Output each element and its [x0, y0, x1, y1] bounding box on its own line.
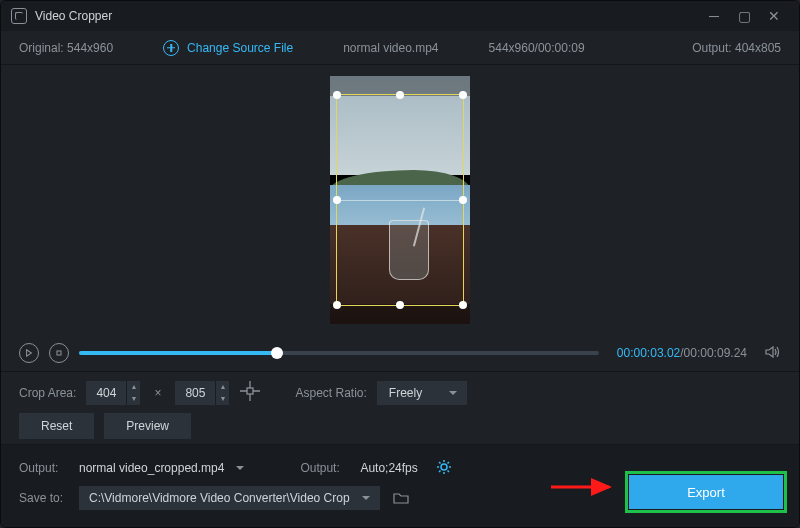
app-icon: [11, 8, 27, 24]
total-time: 00:00:09.24: [684, 346, 747, 360]
crop-handle-top-right[interactable]: [459, 91, 467, 99]
output-panel: Output: normal video_cropped.mp4 Output:…: [1, 444, 799, 527]
output-dimensions: Output: 404x805: [692, 41, 781, 55]
export-label: Export: [687, 485, 725, 500]
video-frame[interactable]: [330, 76, 470, 324]
player-controls: 00:00:03.02/00:00:09.24: [1, 335, 799, 371]
crop-width-input[interactable]: 404 ▲▼: [86, 381, 140, 405]
output-format-label: Output:: [300, 461, 352, 475]
crop-height-down[interactable]: ▼: [216, 393, 229, 405]
crop-settings-bar: Crop Area: 404 ▲▼ × 805 ▲▼ Aspect Ratio:…: [1, 371, 799, 413]
output-format: Auto;24fps: [360, 461, 417, 475]
crop-width-down[interactable]: ▼: [127, 393, 140, 405]
crop-height-up[interactable]: ▲: [216, 381, 229, 393]
minimize-button[interactable]: ─: [699, 9, 729, 23]
preview-button[interactable]: Preview: [104, 413, 191, 439]
volume-icon: [765, 345, 781, 359]
titlebar: Video Cropper ─ ▢ ✕: [1, 1, 799, 31]
crop-rectangle[interactable]: [336, 94, 464, 306]
output-filename-dropdown[interactable]: [236, 466, 244, 474]
output-settings-button[interactable]: [436, 459, 452, 478]
output-filename: normal video_cropped.mp4: [79, 461, 224, 475]
save-to-path: C:\Vidmore\Vidmore Video Converter\Video…: [89, 491, 350, 505]
source-filename: normal video.mp4: [343, 41, 438, 55]
crop-handle-mid-right[interactable]: [459, 196, 467, 204]
change-source-label: Change Source File: [187, 41, 293, 55]
volume-button[interactable]: [765, 345, 781, 362]
multiply-icon: ×: [150, 386, 165, 400]
save-to-label: Save to:: [19, 491, 71, 505]
svg-point-2: [441, 464, 447, 470]
crop-width-up[interactable]: ▲: [127, 381, 140, 393]
gear-icon: [436, 459, 452, 475]
svg-rect-0: [57, 351, 61, 355]
seek-thumb[interactable]: [271, 347, 283, 359]
video-preview-area: [1, 65, 799, 335]
time-display: 00:00:03.02/00:00:09.24: [617, 346, 747, 360]
play-button[interactable]: [19, 343, 39, 363]
crop-handle-top-center[interactable]: [396, 91, 404, 99]
maximize-button[interactable]: ▢: [729, 9, 759, 23]
original-dimensions: Original: 544x960: [19, 41, 113, 55]
reset-button[interactable]: Reset: [19, 413, 94, 439]
crop-width-value: 404: [86, 386, 126, 400]
crop-height-value: 805: [175, 386, 215, 400]
svg-rect-1: [247, 388, 253, 394]
source-file-info: 544x960/00:00:09: [489, 41, 585, 55]
folder-icon: [393, 491, 409, 505]
window-title: Video Cropper: [35, 9, 699, 23]
save-to-select[interactable]: C:\Vidmore\Vidmore Video Converter\Video…: [79, 486, 380, 510]
aspect-ratio-label: Aspect Ratio:: [295, 386, 366, 400]
seek-slider[interactable]: [79, 351, 599, 355]
action-buttons-row: Reset Preview: [1, 413, 799, 447]
aspect-ratio-select[interactable]: Freely: [377, 381, 467, 405]
stop-button[interactable]: [49, 343, 69, 363]
play-icon: [25, 349, 33, 357]
crop-handle-bottom-left[interactable]: [333, 301, 341, 309]
crop-handle-bottom-center[interactable]: [396, 301, 404, 309]
crop-height-input[interactable]: 805 ▲▼: [175, 381, 229, 405]
close-button[interactable]: ✕: [759, 9, 789, 23]
export-button[interactable]: Export: [629, 475, 783, 509]
current-time: 00:00:03.02: [617, 346, 680, 360]
output-filename-label: Output:: [19, 461, 71, 475]
info-bar: Original: 544x960 Change Source File nor…: [1, 31, 799, 65]
aspect-ratio-value: Freely: [389, 386, 422, 400]
crop-handle-top-left[interactable]: [333, 91, 341, 99]
change-source-button[interactable]: Change Source File: [163, 40, 293, 56]
stop-icon: [55, 349, 63, 357]
center-crop-icon: [239, 380, 261, 402]
plus-circle-icon: [163, 40, 179, 56]
crop-handle-bottom-right[interactable]: [459, 301, 467, 309]
crop-handle-mid-left[interactable]: [333, 196, 341, 204]
crop-area-label: Crop Area:: [19, 386, 76, 400]
center-crop-button[interactable]: [239, 380, 261, 405]
open-folder-button[interactable]: [388, 486, 414, 510]
